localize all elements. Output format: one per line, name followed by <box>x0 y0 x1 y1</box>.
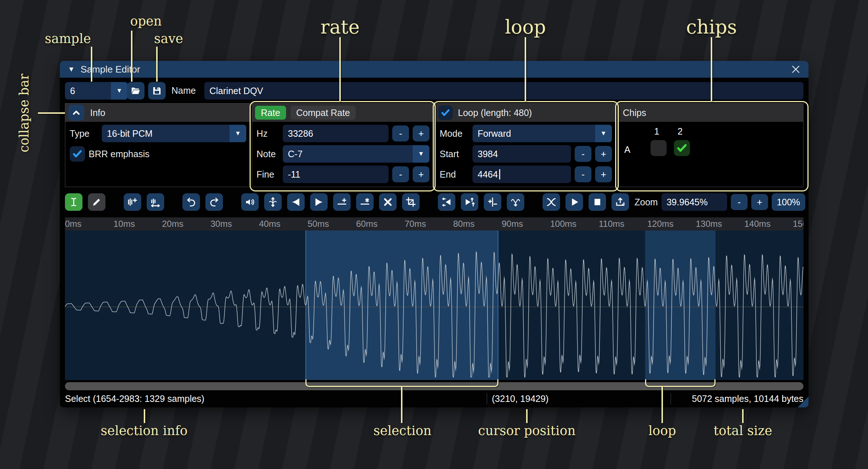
collapse-window-icon[interactable]: ▼ <box>68 65 75 73</box>
dropdown-arrow-icon[interactable]: ▼ <box>229 125 246 142</box>
type-value: 16-bit PCM <box>107 128 153 139</box>
resize-button[interactable] <box>124 193 141 211</box>
create-instrument-button[interactable] <box>612 193 629 211</box>
speaker-icon <box>244 197 255 208</box>
rate-annotation-frame <box>250 101 436 191</box>
annotation-line-collapse-bar <box>38 112 65 114</box>
invert-button[interactable] <box>461 193 478 211</box>
save-button[interactable] <box>148 82 166 100</box>
chevron-up-icon <box>71 108 81 118</box>
titlebar[interactable]: ▼ Sample Editor <box>60 61 809 78</box>
dropdown-arrow-icon[interactable]: ▼ <box>111 82 128 100</box>
annotation-sample: sample <box>45 31 91 46</box>
insert-silence-button[interactable] <box>333 193 351 211</box>
sample-selector[interactable]: 6 ▼ <box>65 82 128 100</box>
folder-open-icon <box>130 85 141 96</box>
resample-button[interactable] <box>147 193 164 211</box>
annotation-chips: chips <box>686 16 737 38</box>
brr-emphasis-label: BRR emphasis <box>89 149 150 159</box>
annotation-total-size: total size <box>714 423 772 438</box>
ruler-label: 90ms <box>502 219 523 229</box>
open-button[interactable] <box>127 82 144 100</box>
info-panel: Info Type 16-bit PCM ▼ BRR emphasis <box>65 103 250 187</box>
zoom-reset-button[interactable]: 100% <box>772 193 805 211</box>
undo-button[interactable] <box>182 193 200 211</box>
annotation-line-loop-bottom <box>661 386 663 423</box>
amplify-button[interactable] <box>241 193 259 211</box>
fade-right-icon <box>313 197 324 208</box>
info-panel-header: Info <box>65 104 250 122</box>
fade-in-button[interactable] <box>287 193 305 211</box>
upload-tray-icon <box>615 197 626 208</box>
sample-number: 6 <box>70 86 75 96</box>
waveform-view[interactable] <box>65 230 803 380</box>
info-panel-title: Info <box>90 108 105 118</box>
annotation-line-selection-info <box>144 409 145 423</box>
resize-grip[interactable] <box>798 396 809 407</box>
bold-x-icon <box>382 197 393 208</box>
ruler-label: 20ms <box>162 219 184 229</box>
ruler-label: 10ms <box>113 219 135 229</box>
zoom-input[interactable]: 39.9645% <box>661 193 727 211</box>
zoom-in-button[interactable]: + <box>751 194 768 210</box>
undo-arrow-icon <box>186 197 197 208</box>
preview-stop-button[interactable] <box>589 193 606 211</box>
zoom-cluster: Zoom 39.9645% - + 100% <box>634 193 805 211</box>
collapse-info-button[interactable] <box>68 105 84 121</box>
check-icon <box>72 148 83 159</box>
preview-play-button[interactable] <box>566 193 583 211</box>
pencil-icon <box>91 197 102 208</box>
annotation-line-loop <box>525 37 526 101</box>
line-plus-icon <box>336 197 347 208</box>
type-select[interactable]: 16-bit PCM ▼ <box>102 125 246 142</box>
annotation-line-rate <box>339 37 341 101</box>
normalize-button[interactable] <box>264 193 282 211</box>
name-label: Name <box>171 85 196 96</box>
redo-button[interactable] <box>205 193 223 211</box>
ruler-label: 70ms <box>405 219 426 229</box>
time-ruler[interactable]: 0ms10ms20ms30ms40ms50ms60ms70ms80ms90ms1… <box>65 217 803 230</box>
apply-silence-button[interactable] <box>356 193 374 211</box>
annotation-line-selection <box>401 386 402 423</box>
filter-wave-icon <box>510 197 521 208</box>
ruler-label: 50ms <box>308 219 329 229</box>
close-icon[interactable] <box>790 64 801 75</box>
edit-mode-draw-button[interactable] <box>88 193 105 211</box>
brr-emphasis-checkbox[interactable] <box>70 146 85 162</box>
ruler-label: 100ms <box>550 219 576 229</box>
waveform-canvas[interactable] <box>65 230 803 380</box>
chips-annotation-frame <box>615 101 809 191</box>
fade-out-button[interactable] <box>310 193 328 211</box>
ruler-label: 40ms <box>259 219 281 229</box>
edit-mode-select-button[interactable] <box>65 193 82 211</box>
status-cursor-position: (3210, 19429) <box>492 390 549 407</box>
zoom-out-button[interactable]: - <box>731 194 748 210</box>
annotation-line-chips <box>711 37 712 101</box>
annotation-selection: selection <box>373 423 431 438</box>
name-input[interactable]: Clarinet DQV <box>204 82 803 100</box>
ruler-label: 140ms <box>744 219 771 229</box>
ruler-label: 150ms <box>793 219 803 229</box>
reverse-button[interactable] <box>438 193 455 211</box>
annotation-rate: rate <box>320 16 360 38</box>
annotation-save: save <box>154 31 183 46</box>
i-beam-cursor-icon <box>68 197 79 208</box>
apply-filter-button[interactable] <box>507 193 524 211</box>
annotation-cursor-position: cursor position <box>478 423 575 438</box>
ruler-label: 110ms <box>599 219 624 229</box>
annotation-loop: loop <box>505 16 546 38</box>
annotation-collapse-bar: collapse bar <box>17 74 31 152</box>
plus-minus-line-icon <box>487 197 498 208</box>
wave-arrows-icon <box>150 197 161 208</box>
delete-button[interactable] <box>379 193 397 211</box>
ruler-label: 130ms <box>696 219 722 229</box>
annotation-open: open <box>130 14 162 28</box>
signed-unsigned-button[interactable] <box>484 193 501 211</box>
ruler-label: 80ms <box>453 219 475 229</box>
status-bar: Select (1654-2983: 1329 samples) (3210, … <box>60 390 809 407</box>
wave-plus-icon <box>127 197 138 208</box>
trim-button[interactable] <box>402 193 420 211</box>
ruler-label: 120ms <box>647 219 674 229</box>
crossfade-loop-button[interactable] <box>543 193 560 211</box>
sample-toolbar: Zoom 39.9645% - + 100% <box>65 193 803 211</box>
